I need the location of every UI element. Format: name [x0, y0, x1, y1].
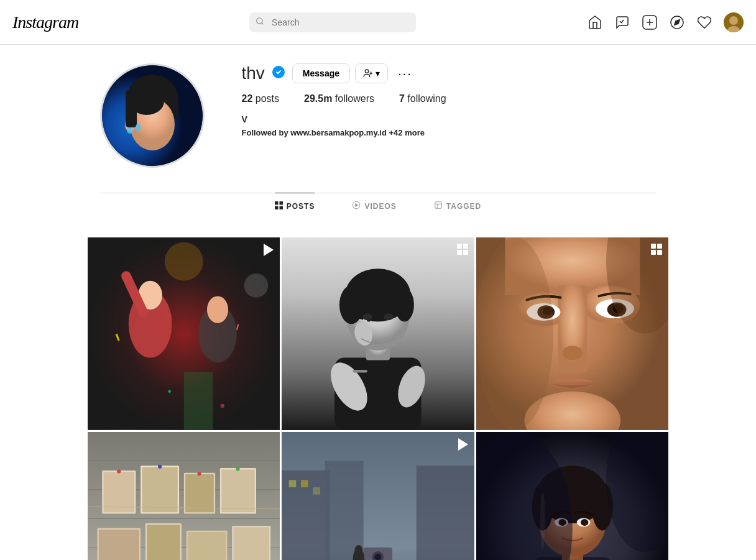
header-icons [587, 12, 744, 32]
explore-icon[interactable] [669, 14, 685, 30]
svg-point-39 [168, 390, 171, 393]
verified-badge [272, 66, 285, 81]
grid-icon [275, 201, 283, 211]
svg-rect-22 [279, 201, 283, 205]
header: Instagram [0, 0, 756, 45]
posts-count: 22 [242, 93, 253, 104]
svg-rect-78 [142, 467, 177, 512]
create-icon[interactable] [642, 14, 658, 30]
svg-rect-101 [301, 480, 308, 487]
svg-point-65 [563, 346, 582, 360]
instagram-logo[interactable]: Instagram [12, 12, 78, 32]
svg-point-17 [136, 124, 141, 131]
svg-rect-24 [279, 206, 283, 209]
svg-point-20 [365, 70, 368, 73]
svg-point-92 [158, 464, 162, 468]
profile-followed-by: Followed by www.bersamakpop.my.id +42 mo… [242, 128, 657, 137]
post-item-2[interactable] [282, 237, 474, 430]
posts-grid [88, 237, 669, 560]
carousel-icon-2 [651, 244, 662, 255]
tab-videos[interactable]: VIDEOS [352, 193, 396, 219]
tab-posts-label: POSTS [287, 202, 315, 211]
svg-rect-84 [98, 530, 139, 560]
tab-videos-label: VIDEOS [364, 202, 396, 211]
post-item-6[interactable] [476, 432, 669, 560]
profile-bio: V [242, 114, 657, 124]
home-icon[interactable] [587, 14, 603, 30]
followed-by-link[interactable]: www.bersamakpop.my.id [290, 128, 387, 137]
svg-rect-27 [435, 202, 442, 209]
post-item-5[interactable] [282, 432, 474, 560]
svg-point-16 [129, 88, 164, 115]
search-icon [256, 17, 264, 28]
svg-rect-76 [103, 472, 134, 512]
profile-actions: Message ▾ ··· [292, 63, 417, 83]
user-avatar[interactable] [724, 12, 744, 32]
svg-point-33 [206, 296, 228, 323]
message-button[interactable]: Message [292, 63, 350, 83]
post-item-1[interactable] [88, 237, 280, 430]
post-item-4[interactable] [88, 432, 280, 560]
svg-rect-53 [353, 370, 367, 373]
followers-stat[interactable]: 29.5m followers [304, 93, 374, 104]
video-play-icon-2 [458, 438, 468, 451]
svg-rect-100 [289, 480, 297, 487]
svg-marker-26 [356, 204, 358, 207]
svg-rect-23 [275, 206, 279, 209]
profile-name-row: thv Message ▾ [242, 63, 657, 83]
svg-point-51 [384, 313, 393, 320]
tab-tagged-label: TAGGED [446, 202, 481, 211]
following-label: following [407, 93, 446, 104]
posts-label: posts [256, 93, 279, 104]
more-options-button[interactable]: ··· [393, 64, 417, 83]
svg-point-8 [729, 16, 738, 25]
heart-icon[interactable] [696, 14, 712, 30]
profile-container: thv Message ▾ [88, 63, 669, 219]
svg-rect-90 [233, 527, 269, 560]
tab-tagged[interactable]: TAGGED [434, 193, 481, 219]
followed-by-more[interactable]: +42 more [389, 128, 424, 137]
svg-point-36 [244, 273, 268, 298]
svg-rect-80 [185, 474, 214, 512]
profile-tabs: POSTS VIDEOS TAGGED [100, 193, 657, 219]
svg-rect-21 [275, 201, 279, 205]
followers-label: followers [335, 93, 374, 104]
profile-stats: 22 posts 29.5m followers 7 following [242, 93, 657, 104]
messenger-icon[interactable] [614, 14, 630, 30]
svg-point-94 [236, 467, 239, 470]
profile-username: thv [242, 63, 265, 83]
svg-rect-99 [417, 466, 474, 560]
svg-point-49 [395, 288, 414, 321]
svg-point-67 [476, 237, 553, 430]
following-stat[interactable]: 7 following [399, 93, 446, 104]
followed-by-label: Followed by [242, 128, 288, 137]
svg-point-91 [117, 469, 121, 473]
video-play-icon [264, 244, 274, 256]
posts-stat: 22 posts [242, 93, 280, 104]
follow-dropdown-button[interactable]: ▾ [355, 63, 388, 83]
svg-point-18 [127, 127, 133, 134]
svg-point-93 [197, 472, 201, 475]
svg-rect-88 [188, 532, 226, 560]
svg-point-139 [540, 492, 545, 549]
svg-point-136 [581, 519, 588, 526]
svg-line-1 [262, 22, 264, 24]
tag-icon [434, 201, 443, 211]
follow-dropdown-arrow: ▾ [376, 68, 380, 78]
following-count: 7 [399, 93, 405, 104]
svg-point-125 [355, 545, 362, 554]
followers-count: 29.5m [304, 93, 332, 104]
video-icon [352, 201, 361, 211]
profile-avatar[interactable] [100, 63, 205, 168]
search-container [249, 12, 416, 32]
carousel-icon [457, 244, 468, 255]
svg-rect-34 [183, 372, 212, 430]
tab-posts[interactable]: POSTS [275, 193, 315, 219]
post-item-3[interactable] [476, 237, 669, 430]
svg-rect-86 [147, 525, 180, 560]
svg-marker-6 [675, 19, 680, 24]
profile-avatar-wrap [100, 63, 205, 168]
search-input[interactable] [249, 12, 416, 32]
svg-rect-102 [313, 487, 320, 495]
profile-info: thv Message ▾ [242, 63, 657, 137]
